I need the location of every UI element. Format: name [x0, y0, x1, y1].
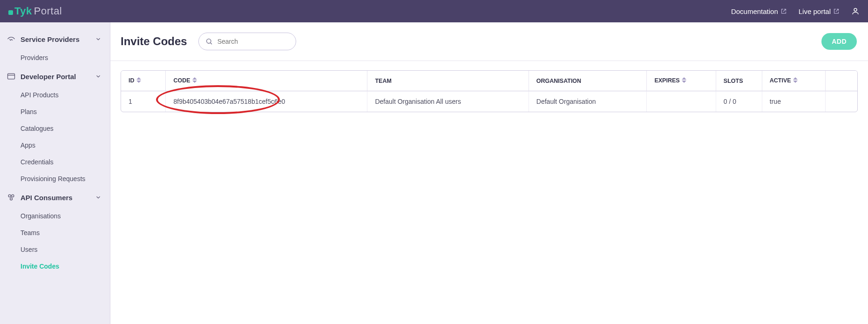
sidebar-item-organisations[interactable]: Organisations — [0, 208, 110, 224]
svg-point-4 — [10, 198, 13, 200]
chevron-down-icon — [95, 73, 102, 80]
consumers-icon — [7, 193, 16, 202]
col-expires[interactable]: EXPIRES — [647, 71, 716, 91]
cell-active: true — [762, 91, 826, 112]
sidebar-item-provisioning-requests[interactable]: Provisioning Requests — [0, 170, 110, 187]
table-row[interactable]: 1 8f9b405403b04e67a57518b1cef5c6e0 Defau… — [121, 91, 857, 112]
portal-icon — [7, 72, 16, 81]
search-input[interactable] — [217, 38, 289, 45]
documentation-label: Documentation — [731, 7, 778, 15]
sidebar-item-label: Organisations — [20, 212, 61, 220]
sidebar-item-api-products[interactable]: API Products — [0, 87, 110, 103]
user-icon — [851, 7, 860, 15]
sidebar-section-service-providers[interactable]: Service Providers — [0, 29, 110, 49]
col-label: ORGANISATION — [536, 78, 581, 84]
col-label: EXPIRES — [654, 77, 679, 84]
logo-portal: Portal — [34, 5, 62, 17]
live-portal-link[interactable]: Live portal — [799, 7, 839, 15]
svg-marker-12 — [793, 77, 798, 80]
sort-icon — [793, 77, 798, 84]
svg-marker-6 — [136, 77, 141, 80]
sidebar-item-credentials[interactable]: Credentials — [0, 154, 110, 170]
svg-marker-8 — [192, 77, 197, 80]
sidebar-item-label: Apps — [20, 142, 35, 149]
col-org: ORGANISATION — [529, 71, 647, 91]
sidebar-item-label: Teams — [20, 229, 40, 236]
col-actions — [826, 71, 857, 91]
search-box[interactable] — [198, 33, 296, 50]
sidebar-item-label: Providers — [20, 54, 48, 61]
cell-org: Default Organisation — [529, 91, 647, 112]
external-link-icon — [781, 8, 787, 14]
table-container: ID CODE TEAM ORGANISATION EXPIRES SLOTS … — [110, 61, 868, 122]
col-id[interactable]: ID — [121, 71, 166, 91]
sidebar-item-plans[interactable]: Plans — [0, 103, 110, 120]
col-label: ACTIVE — [770, 77, 791, 84]
svg-point-0 — [854, 8, 857, 11]
svg-marker-11 — [682, 81, 686, 83]
add-button[interactable]: ADD — [821, 33, 857, 50]
logo[interactable]: Tyk Portal — [8, 5, 62, 17]
navbar-right: Documentation Live portal — [731, 7, 860, 15]
sidebar-item-label: Provisioning Requests — [20, 175, 85, 182]
logo-bullet-icon — [8, 10, 13, 15]
sort-icon — [136, 77, 141, 84]
svg-point-3 — [12, 195, 14, 197]
sidebar-item-label: Users — [20, 246, 38, 253]
cell-id: 1 — [121, 91, 166, 112]
sort-icon — [192, 77, 197, 84]
sidebar-section-label: API Consumers — [20, 194, 73, 202]
sidebar-item-users[interactable]: Users — [0, 241, 110, 258]
sidebar: Service Providers Providers Developer Po… — [0, 22, 110, 324]
live-portal-label: Live portal — [799, 7, 831, 15]
page-title: Invite Codes — [121, 35, 187, 48]
cell-expires — [647, 91, 716, 112]
sidebar-item-label: API Products — [20, 91, 59, 99]
sidebar-item-label: Catalogues — [20, 125, 54, 132]
sidebar-section-label: Service Providers — [20, 35, 80, 43]
sidebar-item-catalogues[interactable]: Catalogues — [0, 120, 110, 137]
sidebar-item-providers[interactable]: Providers — [0, 49, 110, 66]
col-label: TEAM — [375, 78, 391, 84]
col-code[interactable]: CODE — [166, 71, 367, 91]
cell-actions — [826, 91, 857, 112]
sidebar-item-label: Plans — [20, 108, 37, 115]
sort-icon — [682, 77, 686, 84]
svg-point-2 — [8, 195, 11, 197]
svg-marker-13 — [793, 81, 798, 83]
sidebar-item-teams[interactable]: Teams — [0, 224, 110, 241]
chevron-down-icon — [95, 36, 102, 42]
top-navbar: Tyk Portal Documentation Live portal — [0, 0, 868, 22]
invite-codes-table: ID CODE TEAM ORGANISATION EXPIRES SLOTS … — [121, 70, 858, 112]
chevron-down-icon — [95, 194, 102, 201]
handshake-icon — [7, 34, 16, 44]
sidebar-item-invite-codes[interactable]: Invite Codes — [0, 258, 110, 275]
logo-tyk: Tyk — [14, 5, 32, 17]
sidebar-section-api-consumers[interactable]: API Consumers — [0, 187, 110, 208]
external-link-icon — [834, 8, 839, 14]
col-label: SLOTS — [724, 78, 743, 84]
sidebar-section-developer-portal[interactable]: Developer Portal — [0, 66, 110, 87]
user-menu[interactable] — [851, 7, 860, 15]
col-label: CODE — [173, 77, 190, 84]
svg-rect-1 — [8, 74, 15, 79]
sidebar-item-label: Credentials — [20, 158, 54, 166]
table-header-row: ID CODE TEAM ORGANISATION EXPIRES SLOTS … — [121, 71, 857, 91]
search-icon — [205, 38, 213, 45]
svg-point-5 — [206, 39, 210, 43]
svg-marker-7 — [136, 81, 141, 83]
cell-code: 8f9b405403b04e67a57518b1cef5c6e0 — [166, 91, 367, 112]
documentation-link[interactable]: Documentation — [731, 7, 787, 15]
col-slots: SLOTS — [716, 71, 762, 91]
cell-team: Default Organisation All users — [367, 91, 529, 112]
sidebar-section-label: Developer Portal — [20, 73, 76, 81]
cell-slots: 0 / 0 — [716, 91, 762, 112]
sidebar-item-apps[interactable]: Apps — [0, 137, 110, 154]
main-content: Invite Codes ADD ID CODE TEAM ORGANI — [110, 22, 868, 324]
svg-marker-9 — [192, 81, 197, 83]
svg-marker-10 — [682, 77, 686, 80]
sidebar-item-label: Invite Codes — [20, 263, 59, 270]
col-team: TEAM — [367, 71, 529, 91]
col-label: ID — [129, 77, 135, 84]
col-active[interactable]: ACTIVE — [762, 71, 826, 91]
